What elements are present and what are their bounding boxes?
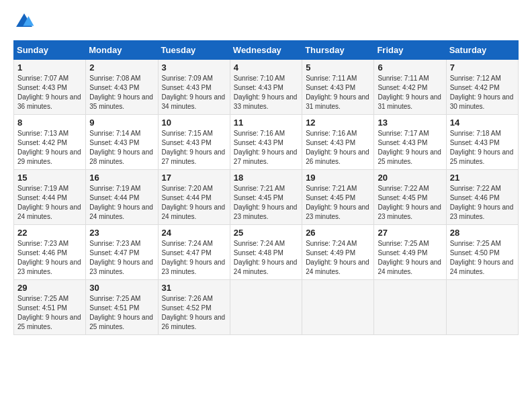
day-info: Sunrise: 7:22 AMSunset: 4:45 PMDaylight:… — [378, 184, 442, 222]
calendar-cell: 9 Sunrise: 7:14 AMSunset: 4:43 PMDayligh… — [86, 115, 158, 170]
day-info: Sunrise: 7:21 AMSunset: 4:45 PMDaylight:… — [234, 184, 298, 222]
day-info: Sunrise: 7:24 AMSunset: 4:49 PMDaylight:… — [306, 239, 370, 277]
day-number: 14 — [450, 118, 515, 128]
calendar-cell: 15 Sunrise: 7:19 AMSunset: 4:44 PMDaylig… — [14, 170, 86, 225]
calendar-cell: 5 Sunrise: 7:11 AMSunset: 4:43 PMDayligh… — [302, 60, 374, 115]
day-info: Sunrise: 7:07 AMSunset: 4:43 PMDaylight:… — [17, 74, 82, 111]
day-info: Sunrise: 7:21 AMSunset: 4:45 PMDaylight:… — [306, 184, 370, 222]
calendar-cell: 8 Sunrise: 7:13 AMSunset: 4:42 PMDayligh… — [14, 115, 86, 170]
day-info: Sunrise: 7:19 AMSunset: 4:44 PMDaylight:… — [89, 184, 154, 222]
day-info: Sunrise: 7:26 AMSunset: 4:52 PMDaylight:… — [162, 294, 226, 332]
calendar-cell: 27 Sunrise: 7:25 AMSunset: 4:49 PMDaylig… — [374, 225, 446, 280]
day-number: 6 — [378, 62, 442, 73]
header-day-friday: Friday — [374, 41, 446, 60]
day-info: Sunrise: 7:19 AMSunset: 4:44 PMDaylight:… — [17, 184, 82, 222]
day-number: 3 — [162, 62, 226, 73]
day-info: Sunrise: 7:11 AMSunset: 4:42 PMDaylight:… — [378, 74, 442, 111]
day-number: 21 — [450, 173, 515, 183]
logo-icon — [13, 11, 35, 32]
day-info: Sunrise: 7:11 AMSunset: 4:43 PMDaylight:… — [306, 74, 370, 111]
calendar-table: SundayMondayTuesdayWednesdayThursdayFrid… — [13, 40, 519, 335]
calendar-cell: 17 Sunrise: 7:20 AMSunset: 4:44 PMDaylig… — [158, 170, 230, 225]
day-info: Sunrise: 7:25 AMSunset: 4:49 PMDaylight:… — [378, 239, 442, 277]
calendar-header: SundayMondayTuesdayWednesdayThursdayFrid… — [14, 41, 519, 60]
header-day-thursday: Thursday — [302, 41, 374, 60]
calendar-cell — [374, 280, 446, 335]
day-number: 1 — [17, 62, 82, 73]
week-row-3: 15 Sunrise: 7:19 AMSunset: 4:44 PMDaylig… — [14, 170, 519, 225]
day-number: 12 — [306, 118, 370, 128]
day-info: Sunrise: 7:25 AMSunset: 4:51 PMDaylight:… — [89, 294, 154, 332]
calendar-cell: 22 Sunrise: 7:23 AMSunset: 4:46 PMDaylig… — [14, 225, 86, 280]
calendar-cell: 14 Sunrise: 7:18 AMSunset: 4:43 PMDaylig… — [446, 115, 518, 170]
page-header — [13, 11, 519, 32]
day-number: 5 — [306, 62, 370, 73]
calendar-cell — [302, 280, 374, 335]
day-number: 13 — [378, 118, 442, 128]
header-day-monday: Monday — [86, 41, 158, 60]
week-row-2: 8 Sunrise: 7:13 AMSunset: 4:42 PMDayligh… — [14, 115, 519, 170]
day-number: 9 — [89, 118, 154, 128]
day-number: 10 — [162, 118, 226, 128]
day-number: 20 — [378, 173, 442, 183]
day-info: Sunrise: 7:16 AMSunset: 4:43 PMDaylight:… — [306, 129, 370, 167]
logo — [13, 11, 38, 32]
day-info: Sunrise: 7:17 AMSunset: 4:43 PMDaylight:… — [378, 129, 442, 167]
day-number: 28 — [450, 228, 515, 238]
calendar-cell: 18 Sunrise: 7:21 AMSunset: 4:45 PMDaylig… — [230, 170, 302, 225]
day-number: 17 — [162, 173, 226, 183]
day-info: Sunrise: 7:22 AMSunset: 4:46 PMDaylight:… — [450, 184, 515, 222]
day-info: Sunrise: 7:16 AMSunset: 4:43 PMDaylight:… — [234, 129, 298, 167]
calendar-cell — [230, 280, 302, 335]
header-row: SundayMondayTuesdayWednesdayThursdayFrid… — [14, 41, 519, 60]
calendar-cell: 19 Sunrise: 7:21 AMSunset: 4:45 PMDaylig… — [302, 170, 374, 225]
day-number: 19 — [306, 173, 370, 183]
calendar-cell: 21 Sunrise: 7:22 AMSunset: 4:46 PMDaylig… — [446, 170, 518, 225]
day-number: 4 — [234, 62, 298, 73]
day-info: Sunrise: 7:23 AMSunset: 4:47 PMDaylight:… — [89, 239, 154, 277]
day-number: 27 — [378, 228, 442, 238]
day-info: Sunrise: 7:13 AMSunset: 4:42 PMDaylight:… — [17, 129, 82, 167]
day-info: Sunrise: 7:15 AMSunset: 4:43 PMDaylight:… — [162, 129, 226, 167]
calendar-cell: 11 Sunrise: 7:16 AMSunset: 4:43 PMDaylig… — [230, 115, 302, 170]
header-day-wednesday: Wednesday — [230, 41, 302, 60]
day-info: Sunrise: 7:25 AMSunset: 4:51 PMDaylight:… — [17, 294, 82, 332]
calendar-cell — [446, 280, 518, 335]
day-info: Sunrise: 7:12 AMSunset: 4:42 PMDaylight:… — [450, 74, 515, 111]
header-day-saturday: Saturday — [446, 41, 518, 60]
calendar-cell: 24 Sunrise: 7:24 AMSunset: 4:47 PMDaylig… — [158, 225, 230, 280]
calendar-cell: 12 Sunrise: 7:16 AMSunset: 4:43 PMDaylig… — [302, 115, 374, 170]
day-info: Sunrise: 7:24 AMSunset: 4:47 PMDaylight:… — [162, 239, 226, 277]
day-info: Sunrise: 7:10 AMSunset: 4:43 PMDaylight:… — [234, 74, 298, 111]
day-number: 16 — [89, 173, 154, 183]
day-info: Sunrise: 7:24 AMSunset: 4:48 PMDaylight:… — [234, 239, 298, 277]
day-number: 11 — [234, 118, 298, 128]
day-number: 22 — [17, 228, 82, 238]
calendar-cell: 4 Sunrise: 7:10 AMSunset: 4:43 PMDayligh… — [230, 60, 302, 115]
day-info: Sunrise: 7:14 AMSunset: 4:43 PMDaylight:… — [89, 129, 154, 167]
day-info: Sunrise: 7:20 AMSunset: 4:44 PMDaylight:… — [162, 184, 226, 222]
day-number: 2 — [89, 62, 154, 73]
calendar-cell: 1 Sunrise: 7:07 AMSunset: 4:43 PMDayligh… — [14, 60, 86, 115]
calendar-cell: 10 Sunrise: 7:15 AMSunset: 4:43 PMDaylig… — [158, 115, 230, 170]
calendar-cell: 26 Sunrise: 7:24 AMSunset: 4:49 PMDaylig… — [302, 225, 374, 280]
header-day-sunday: Sunday — [14, 41, 86, 60]
calendar-cell: 30 Sunrise: 7:25 AMSunset: 4:51 PMDaylig… — [86, 280, 158, 335]
calendar-cell: 25 Sunrise: 7:24 AMSunset: 4:48 PMDaylig… — [230, 225, 302, 280]
day-info: Sunrise: 7:08 AMSunset: 4:43 PMDaylight:… — [89, 74, 154, 111]
week-row-5: 29 Sunrise: 7:25 AMSunset: 4:51 PMDaylig… — [14, 280, 519, 335]
day-number: 31 — [162, 283, 226, 293]
day-info: Sunrise: 7:09 AMSunset: 4:43 PMDaylight:… — [162, 74, 226, 111]
calendar-cell: 6 Sunrise: 7:11 AMSunset: 4:42 PMDayligh… — [374, 60, 446, 115]
calendar-body: 1 Sunrise: 7:07 AMSunset: 4:43 PMDayligh… — [14, 60, 519, 335]
header-day-tuesday: Tuesday — [158, 41, 230, 60]
calendar-cell: 7 Sunrise: 7:12 AMSunset: 4:42 PMDayligh… — [446, 60, 518, 115]
calendar-cell: 29 Sunrise: 7:25 AMSunset: 4:51 PMDaylig… — [14, 280, 86, 335]
day-number: 29 — [17, 283, 82, 293]
day-info: Sunrise: 7:25 AMSunset: 4:50 PMDaylight:… — [450, 239, 515, 277]
day-number: 25 — [234, 228, 298, 238]
calendar-cell: 31 Sunrise: 7:26 AMSunset: 4:52 PMDaylig… — [158, 280, 230, 335]
day-number: 15 — [17, 173, 82, 183]
day-info: Sunrise: 7:18 AMSunset: 4:43 PMDaylight:… — [450, 129, 515, 167]
calendar-cell: 16 Sunrise: 7:19 AMSunset: 4:44 PMDaylig… — [86, 170, 158, 225]
